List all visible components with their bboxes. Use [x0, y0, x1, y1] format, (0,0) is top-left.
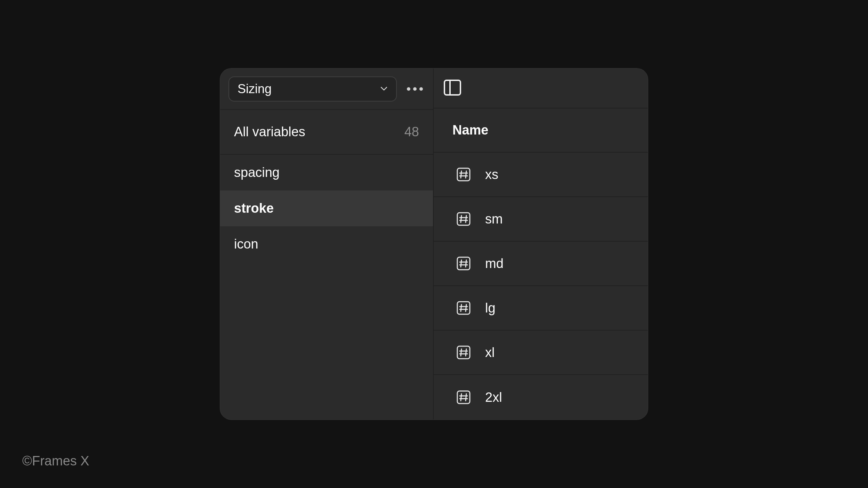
variable-name: xl: [485, 345, 495, 360]
svg-rect-5: [457, 168, 470, 181]
sidebar-group-item[interactable]: stroke: [220, 190, 433, 226]
svg-rect-3: [444, 80, 460, 95]
variable-name: sm: [485, 212, 503, 227]
variable-name: lg: [485, 301, 496, 316]
collection-dropdown[interactable]: Sizing: [228, 76, 397, 101]
all-variables-label: All variables: [234, 124, 305, 139]
sidebar-group-label: icon: [234, 237, 258, 252]
all-variables-item[interactable]: All variables 48: [220, 110, 433, 155]
layout-toggle-button[interactable]: [443, 79, 461, 97]
variable-row[interactable]: 2xl: [434, 375, 648, 420]
sidebar-group-label: stroke: [234, 201, 274, 216]
footer-credit: ©Frames X: [22, 454, 89, 469]
variable-row[interactable]: lg: [434, 286, 648, 331]
variable-row[interactable]: sm: [434, 197, 648, 242]
svg-line-21: [461, 304, 461, 311]
sidebar-group-item[interactable]: spacing: [220, 155, 433, 190]
variable-row[interactable]: md: [434, 242, 648, 286]
svg-rect-30: [457, 391, 470, 404]
number-variable-icon: [457, 390, 471, 404]
right-pane: Name xs sm md lg xl 2xl: [434, 68, 648, 420]
more-options-button[interactable]: [405, 79, 425, 99]
number-variable-icon: [457, 212, 471, 226]
number-variable-icon: [457, 168, 471, 181]
svg-line-27: [466, 349, 466, 356]
left-sidebar: Sizing All variables 48 spaci: [220, 68, 434, 420]
variable-row[interactable]: xs: [434, 153, 648, 197]
variables-panel: Sizing All variables 48 spaci: [220, 68, 648, 420]
all-variables-count: 48: [404, 124, 419, 139]
number-variable-icon: [457, 301, 471, 315]
svg-point-2: [419, 87, 423, 91]
column-header-label: Name: [452, 123, 489, 138]
variable-name: 2xl: [485, 390, 502, 405]
svg-point-1: [413, 87, 417, 91]
column-header-name: Name: [434, 108, 648, 153]
variable-row[interactable]: xl: [434, 331, 648, 375]
sidebar-group-label: spacing: [234, 165, 280, 180]
svg-rect-10: [457, 213, 470, 225]
svg-line-7: [466, 171, 466, 178]
svg-line-16: [461, 260, 461, 267]
sidebar-layout-icon: [444, 80, 461, 97]
left-header: Sizing: [220, 68, 433, 110]
svg-line-11: [461, 215, 461, 222]
left-body: All variables 48 spacingstrokeicon: [220, 110, 433, 420]
svg-line-26: [461, 349, 461, 356]
sidebar-group-item[interactable]: icon: [220, 226, 433, 262]
svg-rect-20: [457, 302, 470, 314]
svg-rect-25: [457, 346, 470, 359]
variable-name: xs: [485, 167, 498, 182]
svg-point-0: [407, 87, 410, 91]
svg-line-22: [466, 304, 466, 311]
right-header: [434, 68, 648, 108]
variable-name: md: [485, 256, 504, 271]
svg-line-12: [466, 215, 466, 222]
svg-line-31: [461, 394, 461, 401]
svg-rect-15: [457, 257, 470, 270]
svg-line-6: [461, 171, 461, 178]
svg-line-17: [466, 260, 466, 267]
svg-line-32: [466, 394, 466, 401]
number-variable-icon: [457, 345, 471, 359]
chevron-down-icon: [380, 85, 388, 93]
collection-dropdown-label: Sizing: [238, 82, 272, 96]
number-variable-icon: [457, 257, 471, 270]
